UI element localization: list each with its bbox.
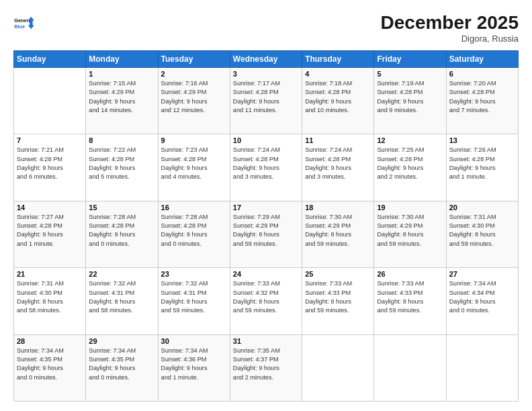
day-info: Sunrise: 7:15 AMSunset: 4:29 PMDaylight:… (89, 79, 154, 115)
day-number: 3 (233, 70, 299, 78)
day-number: 26 (377, 270, 443, 278)
logo-icon: GeneralBlue (13, 12, 35, 34)
day-info: Sunrise: 7:34 AMSunset: 4:35 PMDaylight:… (89, 347, 154, 382)
day-info: Sunrise: 7:32 AMSunset: 4:31 PMDaylight:… (89, 279, 154, 315)
table-row: 16Sunrise: 7:28 AMSunset: 4:28 PMDayligh… (158, 201, 230, 267)
day-info: Sunrise: 7:34 AMSunset: 4:34 PMDaylight:… (449, 279, 515, 315)
table-row: 18Sunrise: 7:30 AMSunset: 4:29 PMDayligh… (302, 201, 374, 267)
svg-text:Blue: Blue (14, 24, 25, 30)
table-row: 4Sunrise: 7:18 AMSunset: 4:28 PMDaylight… (302, 68, 374, 134)
table-row: 20Sunrise: 7:31 AMSunset: 4:30 PMDayligh… (446, 201, 518, 267)
table-row: 29Sunrise: 7:34 AMSunset: 4:35 PMDayligh… (86, 334, 158, 401)
header: GeneralBlue December 2025 Digora, Russia (13, 12, 519, 44)
day-info: Sunrise: 7:33 AMSunset: 4:32 PMDaylight:… (233, 279, 299, 315)
calendar-week-row: 1Sunrise: 7:15 AMSunset: 4:29 PMDaylight… (14, 68, 519, 134)
table-row: 5Sunrise: 7:19 AMSunset: 4:28 PMDaylight… (374, 68, 446, 134)
table-row (302, 334, 374, 401)
day-number: 7 (17, 136, 83, 144)
table-row: 1Sunrise: 7:15 AMSunset: 4:29 PMDaylight… (86, 68, 158, 134)
col-friday: Friday (374, 51, 446, 68)
day-info: Sunrise: 7:24 AMSunset: 4:28 PMDaylight:… (233, 146, 299, 181)
day-number: 28 (17, 337, 83, 345)
day-number: 20 (449, 203, 515, 212)
col-monday: Monday (86, 51, 158, 68)
table-row: 24Sunrise: 7:33 AMSunset: 4:32 PMDayligh… (230, 268, 302, 334)
day-info: Sunrise: 7:32 AMSunset: 4:31 PMDaylight:… (161, 279, 227, 315)
day-number: 2 (161, 70, 227, 78)
day-info: Sunrise: 7:19 AMSunset: 4:28 PMDaylight:… (377, 79, 443, 115)
day-info: Sunrise: 7:30 AMSunset: 4:29 PMDaylight:… (305, 213, 371, 248)
day-number: 29 (89, 337, 154, 345)
table-row: 11Sunrise: 7:24 AMSunset: 4:28 PMDayligh… (302, 134, 374, 201)
col-thursday: Thursday (302, 51, 374, 68)
day-number: 8 (89, 136, 154, 144)
logo: GeneralBlue (13, 12, 35, 34)
day-number: 21 (17, 270, 83, 278)
day-number: 6 (449, 70, 515, 78)
day-number: 13 (449, 136, 515, 144)
day-info: Sunrise: 7:25 AMSunset: 4:28 PMDaylight:… (377, 146, 443, 181)
table-row: 9Sunrise: 7:23 AMSunset: 4:28 PMDaylight… (158, 134, 230, 201)
day-info: Sunrise: 7:16 AMSunset: 4:29 PMDaylight:… (161, 79, 227, 115)
day-info: Sunrise: 7:30 AMSunset: 4:29 PMDaylight:… (377, 213, 443, 248)
day-number: 4 (305, 70, 371, 78)
table-row (446, 334, 518, 401)
table-row: 25Sunrise: 7:33 AMSunset: 4:33 PMDayligh… (302, 268, 374, 334)
table-row: 8Sunrise: 7:22 AMSunset: 4:28 PMDaylight… (86, 134, 158, 201)
day-number: 14 (17, 203, 83, 212)
day-info: Sunrise: 7:28 AMSunset: 4:28 PMDaylight:… (89, 213, 154, 248)
month-title: December 2025 (381, 12, 519, 34)
table-row: 7Sunrise: 7:21 AMSunset: 4:28 PMDaylight… (14, 134, 86, 201)
calendar-week-row: 14Sunrise: 7:27 AMSunset: 4:28 PMDayligh… (14, 201, 519, 267)
day-number: 5 (377, 70, 443, 78)
table-row: 22Sunrise: 7:32 AMSunset: 4:31 PMDayligh… (86, 268, 158, 334)
table-row: 21Sunrise: 7:31 AMSunset: 4:30 PMDayligh… (14, 268, 86, 334)
calendar-table: Sunday Monday Tuesday Wednesday Thursday… (13, 50, 519, 402)
day-info: Sunrise: 7:21 AMSunset: 4:28 PMDaylight:… (17, 146, 83, 181)
day-info: Sunrise: 7:31 AMSunset: 4:30 PMDaylight:… (449, 213, 515, 248)
day-number: 25 (305, 270, 371, 278)
day-info: Sunrise: 7:33 AMSunset: 4:33 PMDaylight:… (377, 279, 443, 315)
table-row: 26Sunrise: 7:33 AMSunset: 4:33 PMDayligh… (374, 268, 446, 334)
day-number: 30 (161, 337, 227, 345)
day-info: Sunrise: 7:27 AMSunset: 4:28 PMDaylight:… (17, 213, 83, 248)
location: Digora, Russia (381, 34, 519, 44)
table-row: 15Sunrise: 7:28 AMSunset: 4:28 PMDayligh… (86, 201, 158, 267)
table-row: 31Sunrise: 7:35 AMSunset: 4:37 PMDayligh… (230, 334, 302, 401)
table-row: 14Sunrise: 7:27 AMSunset: 4:28 PMDayligh… (14, 201, 86, 267)
table-row: 30Sunrise: 7:34 AMSunset: 4:36 PMDayligh… (158, 334, 230, 401)
table-row: 3Sunrise: 7:17 AMSunset: 4:28 PMDaylight… (230, 68, 302, 134)
day-info: Sunrise: 7:34 AMSunset: 4:36 PMDaylight:… (161, 347, 227, 382)
table-row: 12Sunrise: 7:25 AMSunset: 4:28 PMDayligh… (374, 134, 446, 201)
day-info: Sunrise: 7:22 AMSunset: 4:28 PMDaylight:… (89, 146, 154, 181)
day-info: Sunrise: 7:28 AMSunset: 4:28 PMDaylight:… (161, 213, 227, 248)
day-number: 11 (305, 136, 371, 144)
table-row: 17Sunrise: 7:29 AMSunset: 4:29 PMDayligh… (230, 201, 302, 267)
day-info: Sunrise: 7:34 AMSunset: 4:35 PMDaylight:… (17, 347, 83, 382)
day-info: Sunrise: 7:17 AMSunset: 4:28 PMDaylight:… (233, 79, 299, 115)
day-info: Sunrise: 7:23 AMSunset: 4:28 PMDaylight:… (161, 146, 227, 181)
table-row (14, 68, 86, 134)
day-info: Sunrise: 7:18 AMSunset: 4:28 PMDaylight:… (305, 79, 371, 115)
calendar-week-row: 7Sunrise: 7:21 AMSunset: 4:28 PMDaylight… (14, 134, 519, 201)
day-number: 17 (233, 203, 299, 212)
table-row: 19Sunrise: 7:30 AMSunset: 4:29 PMDayligh… (374, 201, 446, 267)
table-row: 13Sunrise: 7:26 AMSunset: 4:28 PMDayligh… (446, 134, 518, 201)
table-row: 28Sunrise: 7:34 AMSunset: 4:35 PMDayligh… (14, 334, 86, 401)
day-number: 12 (377, 136, 443, 144)
day-info: Sunrise: 7:20 AMSunset: 4:28 PMDaylight:… (449, 79, 515, 115)
table-row: 2Sunrise: 7:16 AMSunset: 4:29 PMDaylight… (158, 68, 230, 134)
table-row (374, 334, 446, 401)
col-tuesday: Tuesday (158, 51, 230, 68)
table-row: 27Sunrise: 7:34 AMSunset: 4:34 PMDayligh… (446, 268, 518, 334)
day-number: 10 (233, 136, 299, 144)
day-number: 9 (161, 136, 227, 144)
day-number: 23 (161, 270, 227, 278)
title-block: December 2025 Digora, Russia (381, 12, 519, 44)
page: GeneralBlue December 2025 Digora, Russia… (0, 0, 532, 411)
day-info: Sunrise: 7:31 AMSunset: 4:30 PMDaylight:… (17, 279, 83, 315)
day-number: 24 (233, 270, 299, 278)
day-number: 19 (377, 203, 443, 212)
day-number: 31 (233, 337, 299, 345)
col-sunday: Sunday (14, 51, 86, 68)
